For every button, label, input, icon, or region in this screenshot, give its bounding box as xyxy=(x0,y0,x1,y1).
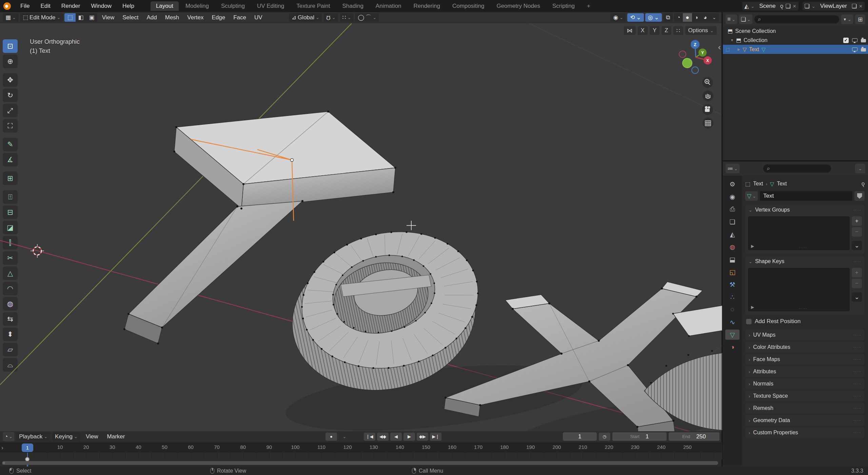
fake-user-button[interactable] xyxy=(854,191,865,201)
object-icon[interactable]: ⬚ xyxy=(745,181,750,187)
playback-menu[interactable]: Playback⌄ xyxy=(16,432,50,441)
shape-keys-panel-header[interactable]: ⌄ Shape Keys ····· xyxy=(745,256,865,266)
panel-face-maps[interactable]: ›Face Maps····· xyxy=(745,354,865,365)
vertex-group-specials-button[interactable]: ⌄ xyxy=(852,241,862,250)
vertex-groups-panel-header[interactable]: ⌄ Vertex Groups ····· xyxy=(745,205,865,215)
next-keyframe-button[interactable]: ◆▶ xyxy=(417,433,428,441)
chevron-down-icon[interactable]: ⌄ xyxy=(751,4,754,9)
menu-add[interactable]: Add xyxy=(143,14,160,22)
chevron-down-icon[interactable]: ⌄ xyxy=(812,4,815,9)
hide-viewport-icon[interactable] xyxy=(852,38,857,42)
list-expand-icon[interactable]: ▶ xyxy=(751,305,754,310)
disclosure-triangle-icon[interactable]: ▼ xyxy=(730,38,734,42)
panel-grip-icon[interactable]: ····· xyxy=(853,382,861,386)
jump-to-end-button[interactable]: ▶❘ xyxy=(430,433,441,441)
timeline-ruler[interactable]: › 10203040506070809010011012013014015016… xyxy=(0,442,722,453)
timeline-track-strip[interactable] xyxy=(0,453,722,459)
editor-type-button[interactable]: ▦ ⌄ xyxy=(3,13,19,22)
menu-view[interactable]: View xyxy=(99,14,118,22)
outliner-editor-type-button[interactable]: ≡⌄ xyxy=(726,15,737,24)
menu-window[interactable]: Window xyxy=(86,2,116,11)
keying-menu[interactable]: Keying⌄ xyxy=(52,432,80,441)
workspace-tab-uv-editing[interactable]: UV Editing xyxy=(252,1,290,11)
tab-modifiers[interactable]: ⚒ xyxy=(725,279,739,290)
timeline-marker-menu[interactable]: Marker xyxy=(104,433,129,441)
sidebar-collapse-arrow[interactable]: › xyxy=(1,444,3,451)
panel-remesh[interactable]: ›Remesh····· xyxy=(745,403,865,414)
xray-toggle[interactable]: ⧉ xyxy=(663,13,673,22)
viewlayer-selector[interactable]: ❏ ⌄ ViewLayer ❏ ✕ xyxy=(803,2,865,11)
camera-view-button[interactable] xyxy=(702,104,713,115)
collection-checkbox[interactable]: ✓ xyxy=(843,38,849,43)
outliner-display-mode-button[interactable]: ❏⌄ xyxy=(739,15,752,24)
properties-filter-dropdown[interactable]: ⌄ xyxy=(855,164,865,173)
timeline-scrollbar[interactable] xyxy=(2,461,718,465)
workspace-tab-rendering[interactable]: Rendering xyxy=(408,1,445,11)
disable-render-icon[interactable] xyxy=(861,39,866,42)
panel-grip-icon[interactable]: ····· xyxy=(853,370,861,374)
menu-edit[interactable]: Edit xyxy=(36,2,55,11)
tab-particles[interactable]: ∴ xyxy=(725,292,739,302)
panel-color-attributes[interactable]: ›Color Attributes····· xyxy=(745,342,865,353)
edge-select-button[interactable]: ◧ xyxy=(76,13,86,22)
tab-object-data[interactable]: ▽ xyxy=(725,330,739,340)
tab-output[interactable]: ⎙ xyxy=(725,204,739,214)
shading-wireframe-button[interactable]: ◔ xyxy=(674,13,683,22)
outliner-search-input[interactable]: ⌕ xyxy=(754,15,839,23)
jump-to-start-button[interactable]: ❘◀ xyxy=(364,433,375,441)
panel-grip-icon[interactable]: ····· xyxy=(853,345,861,349)
workspace-tab-animation[interactable]: Animation xyxy=(370,1,407,11)
add-vertex-group-button[interactable]: + xyxy=(852,216,862,226)
panel-geometry-data[interactable]: ›Geometry Data····· xyxy=(745,415,865,426)
panel-uv-maps[interactable]: ›UV Maps····· xyxy=(745,330,865,340)
tab-world[interactable]: ◍ xyxy=(725,242,739,252)
tab-object[interactable]: ◱ xyxy=(725,267,739,277)
list-grip-icon[interactable]: ····· xyxy=(799,306,807,310)
menu-uv[interactable]: UV xyxy=(251,14,266,22)
shape-key-specials-button[interactable]: ⌄ xyxy=(852,292,862,302)
shading-rendered-button[interactable]: ◕ xyxy=(701,13,710,22)
outliner-row-collection[interactable]: ▼ ⬒ Collection ✓ xyxy=(723,36,868,45)
menu-edge[interactable]: Edge xyxy=(209,14,229,22)
menu-render[interactable]: Render xyxy=(57,2,85,11)
tab-constraints[interactable]: ∿ xyxy=(725,317,739,327)
tab-material[interactable]: ◑ xyxy=(725,342,739,352)
new-viewlayer-icon[interactable]: ❏ xyxy=(852,3,857,10)
outliner-filter-button[interactable]: ▼⌄ xyxy=(841,15,853,24)
show-overlays-toggle[interactable]: ◎ ⌄ xyxy=(645,13,662,22)
panel-grip-icon[interactable]: ····· xyxy=(853,406,861,410)
orthographic-toggle-button[interactable] xyxy=(703,118,713,128)
playhead-frame-badge[interactable]: 1 xyxy=(22,443,33,452)
workspace-tab-scripting[interactable]: Scripting xyxy=(547,1,580,11)
remove-shape-key-button[interactable]: − xyxy=(852,279,862,288)
frame-end-field[interactable]: End250 xyxy=(669,432,719,441)
breadcrumb-data[interactable]: Text xyxy=(777,181,787,187)
shape-keys-list[interactable]: ▶ ····· xyxy=(748,268,850,311)
frame-start-field[interactable]: Start1 xyxy=(612,432,667,441)
tab-render[interactable]: ◉ xyxy=(725,192,739,202)
panel-grip-icon[interactable]: ····· xyxy=(853,333,861,337)
face-select-button[interactable]: ▣ xyxy=(86,13,97,22)
object-type-visibility-button[interactable]: ◉ ⌄ xyxy=(610,13,626,22)
panel-grip-icon[interactable]: ····· xyxy=(853,357,861,361)
play-button[interactable]: ▶ xyxy=(403,433,415,441)
viewport-scene[interactable]: Z Y X ‹ xyxy=(0,23,722,431)
current-frame-field[interactable]: 1 xyxy=(563,432,597,441)
panel-attributes[interactable]: ›Attributes····· xyxy=(745,366,865,377)
menu-select[interactable]: Select xyxy=(119,14,142,22)
add-workspace-button[interactable]: + xyxy=(581,1,596,11)
menu-file[interactable]: File xyxy=(16,2,34,11)
viewport-3d[interactable]: ▦ ⌄ ⬚ Edit Mode ⌄ ⬚ ◧ ▣ View Select Add … xyxy=(0,12,722,431)
list-grip-icon[interactable]: ····· xyxy=(799,245,807,249)
breadcrumb-object[interactable]: Text xyxy=(753,181,763,187)
mesh-data-icon[interactable]: ▽ xyxy=(770,181,774,187)
outliner-row-text-object[interactable]: ⬚ ▶ ▽ Text ▽ xyxy=(723,45,868,54)
scene-selector[interactable]: ◭ ⌄ Scene ❏ ✕ xyxy=(742,2,798,11)
panel-texture-space[interactable]: ›Texture Space····· xyxy=(745,391,865,401)
auto-keying-record-button[interactable]: ● xyxy=(326,433,337,441)
region-collapse-arrow[interactable]: ‹ xyxy=(718,43,721,52)
menu-face[interactable]: Face xyxy=(230,14,250,22)
vertex-select-button[interactable]: ⬚ xyxy=(64,13,75,22)
timeline-view-menu[interactable]: View xyxy=(82,433,102,441)
menu-mesh[interactable]: Mesh xyxy=(162,14,183,22)
